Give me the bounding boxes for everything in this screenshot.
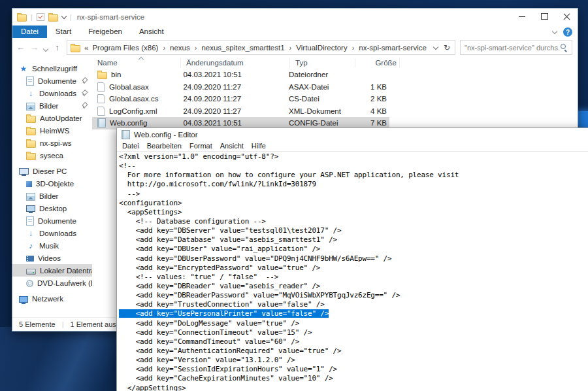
code-line[interactable]: <add key="DBServer" value="testsql01\tes… — [119, 226, 588, 235]
sidebar-item-heimws[interactable]: HeimWS — [12, 124, 92, 137]
sidebar-item-label: Dokumente — [38, 217, 92, 225]
ribbon-tab-datei[interactable]: Datei — [12, 26, 47, 38]
code-line[interactable]: <appSettings> — [119, 208, 588, 217]
breadcrumb-item[interactable]: Program Files (x86) — [91, 44, 159, 52]
address-bar: ← → ↑ « Program Files (x86)›nexus›nexus_… — [12, 38, 578, 57]
menu-ansicht[interactable]: Ansicht — [216, 142, 248, 150]
minimize-icon — [519, 16, 525, 17]
code-line[interactable]: <?xml version="1.0" encoding="utf-8"?> — [119, 152, 588, 162]
window-title: nx-spi-smart-service — [77, 13, 145, 21]
code-line[interactable]: <add key="CommandTimeout" value="60" /> — [119, 337, 588, 347]
sidebar-item-netzwerk[interactable]: Netzwerk — [12, 292, 92, 305]
star-icon: ★ — [19, 65, 28, 73]
sidebar-item-dokumente[interactable]: Dokumente — [12, 214, 92, 227]
column-header-3[interactable]: Größe — [355, 58, 400, 67]
code-line[interactable]: <add key="CacheExpirationMinutes" value=… — [119, 374, 588, 383]
address-dropdown-chevron-icon[interactable] — [433, 44, 438, 49]
ribbon-tab-start[interactable]: Start — [47, 26, 80, 38]
sidebar-item-downloads[interactable]: ↓Downloads — [12, 87, 92, 99]
code-line[interactable]: <add key="TrustedConnection" value="fals… — [119, 300, 588, 309]
menu-bearbeiten[interactable]: Bearbeiten — [143, 142, 186, 150]
column-header-0[interactable]: Name — [92, 58, 181, 67]
menu-format[interactable]: Format — [186, 142, 216, 150]
file-row-global-asax-cs[interactable]: Global.asax.cs 24.09.2020 11:27 CS-Datei… — [92, 93, 389, 105]
sidebar-item-label: Bilder — [39, 192, 92, 200]
menu-hilfe[interactable]: Hilfe — [248, 142, 270, 150]
sidebar-item-autoupdater[interactable]: AutoUpdater — [12, 112, 92, 124]
search-input[interactable]: "nx-spi-smart-service" durchs... — [460, 40, 572, 55]
code-line[interactable]: --> — [119, 190, 588, 199]
code-line[interactable]: <add key="DoLogMessage" value="true" /> — [119, 319, 588, 328]
code-line[interactable]: <add key="DBReaderPassword" value="MqVOi… — [119, 291, 588, 300]
ribbon-expand-chevron-icon[interactable] — [552, 29, 557, 34]
sidebar-item-3d-objekte[interactable]: 3D-Objekte — [12, 177, 92, 190]
sidebar-item-schnellzugriff[interactable]: ★Schnellzugriff — [12, 62, 92, 75]
breadcrumb-item[interactable]: nexus_spitex_smarttest1 — [200, 44, 286, 52]
code-line[interactable]: </appSettings> — [119, 384, 588, 391]
help-icon[interactable]: ? — [563, 27, 572, 37]
sidebar-item-videos[interactable]: Videos — [12, 252, 92, 264]
code-line[interactable]: <add key="AuthenticationRequired" value=… — [119, 347, 588, 356]
code-line[interactable]: <!-- Database configuration --> — [119, 217, 588, 226]
breadcrumb-item[interactable]: nexus — [169, 44, 191, 52]
ribbon-tab-ansicht[interactable]: Ansicht — [131, 26, 172, 38]
code-line[interactable]: <add key="Version" value="13.1.2.0" /> — [119, 356, 588, 365]
code-line[interactable]: For more information on how to configure… — [119, 171, 588, 180]
folder-icon — [26, 141, 36, 148]
breadcrumb-overflow[interactable]: « — [84, 44, 88, 52]
editor-text-area[interactable]: <?xml version="1.0" encoding="utf-8"?><!… — [117, 152, 588, 391]
sidebar-item-lokaler-datentr-ger[interactable]: Lokaler Datenträger — [12, 264, 92, 277]
code-line[interactable]: <add key="UsePersonalPrinter" value="fal… — [119, 309, 588, 318]
pin-icon — [82, 102, 88, 109]
code-line[interactable]: <configuration> — [119, 199, 588, 208]
code-line[interactable]: <add key="DBUserPassword" value="DPQ9nj4… — [119, 254, 588, 264]
code-line[interactable]: <!-- values: "true" / "false" --> — [119, 273, 588, 282]
code-line[interactable]: http://go.microsoft.com/fwlink/?LinkId=3… — [119, 180, 588, 189]
file-row-global-asax[interactable]: Global.asax 24.09.2020 11:27 ASAX-Datei … — [92, 81, 389, 94]
sidebar-item-musik[interactable]: ♪Musik — [12, 239, 92, 252]
sidebar-item-desktop[interactable]: Desktop — [12, 202, 92, 214]
sidebar-item-dieser-pc[interactable]: Dieser PC — [12, 165, 92, 177]
file-date: 04.03.2021 10:51 — [178, 71, 284, 78]
sidebar-item-label: Downloads — [39, 230, 92, 237]
menu-datei[interactable]: Datei — [118, 142, 143, 150]
sidebar-item-bilder[interactable]: Bilder — [12, 99, 92, 112]
notepad-icon — [122, 130, 130, 139]
code-line[interactable]: <!-- — [119, 162, 588, 171]
back-button[interactable]: ← — [14, 42, 27, 52]
ribbon-tab-freigeben[interactable]: Freigeben — [80, 26, 131, 38]
code-line[interactable]: <add key="EncryptedPassword" value="true… — [119, 264, 588, 273]
up-button[interactable]: ↑ — [50, 42, 64, 52]
sidebar-item-dvd-laufwerk-d-s[interactable]: DVD-Laufwerk (D:) S — [12, 277, 92, 289]
maximize-button[interactable] — [533, 8, 555, 24]
properties-quick-icon[interactable] — [37, 13, 44, 21]
breadcrumb-item[interactable]: nx-spi-smart-service — [357, 44, 428, 52]
file-date: 24.09.2020 11:27 — [178, 107, 284, 115]
quick-access-toolbar-chevron-icon[interactable] — [61, 14, 67, 19]
code-line[interactable]: <add key="DBUser" value="rai_application… — [119, 245, 588, 254]
address-field[interactable]: « Program Files (x86)›nexus›nexus_spitex… — [67, 40, 455, 55]
new-folder-quick-icon[interactable] — [48, 14, 58, 22]
minimize-button[interactable] — [511, 8, 533, 24]
sidebar-item-bilder[interactable]: Bilder — [12, 190, 92, 202]
forward-button[interactable]: → — [27, 42, 41, 52]
sidebar-item-label: nx-spi-ws — [40, 139, 92, 147]
recent-locations-chevron-icon[interactable] — [41, 42, 50, 54]
refresh-icon[interactable]: ↻ — [444, 43, 450, 52]
file-size: 1 KB — [347, 83, 389, 91]
code-line[interactable]: <add key="DBReader" value="asebis_reader… — [119, 282, 588, 291]
code-line[interactable]: <add key="ConnectionTimeout" value="15" … — [119, 328, 588, 337]
sidebar-item-dokumente[interactable]: Dokumente — [12, 75, 92, 87]
code-line[interactable]: <add key="SessionIdExpirationHours" valu… — [119, 365, 588, 374]
breadcrumb-separator: › — [191, 44, 201, 52]
sidebar-item-nx-spi-ws[interactable]: nx-spi-ws — [12, 137, 92, 149]
sidebar-item-downloads[interactable]: ↓Downloads — [12, 227, 92, 239]
column-header-2[interactable]: Typ — [290, 58, 355, 67]
sidebar-item-syseca[interactable]: syseca — [12, 149, 92, 162]
column-header-1[interactable]: Änderungsdatum — [181, 58, 290, 67]
breadcrumb-item[interactable]: VirtualDirectory — [295, 44, 348, 52]
file-row-logconfig-xml[interactable]: LogConfig.xml 24.09.2020 11:27 XML-Dokum… — [92, 105, 389, 118]
code-line[interactable]: <add key="Database" value="asebis_smartt… — [119, 235, 588, 245]
close-button[interactable] — [555, 8, 578, 24]
file-row-bin[interactable]: bin 04.03.2021 10:51 Dateiordner — [92, 69, 389, 81]
